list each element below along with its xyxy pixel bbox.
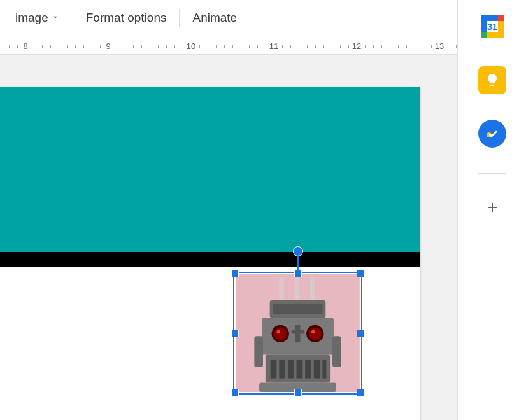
svg-rect-32 xyxy=(487,32,498,38)
format-options-label: Format options xyxy=(86,11,167,25)
calendar-icon: 31 xyxy=(480,14,505,39)
slide: ore you buy: y need to dy have xyxy=(0,87,420,420)
keep-app-icon[interactable] xyxy=(478,66,506,94)
svg-rect-29 xyxy=(498,15,504,21)
resize-handle-tr[interactable] xyxy=(357,270,364,277)
ruler-label: 8 xyxy=(21,41,29,51)
slide-black-bar[interactable] xyxy=(0,252,420,267)
selected-robot-image[interactable] xyxy=(236,274,360,392)
toolbar-divider xyxy=(179,9,180,27)
toolbar-divider xyxy=(73,9,73,27)
svg-text:31: 31 xyxy=(487,22,497,32)
resize-handle-bm[interactable] xyxy=(294,389,302,396)
image-label: image xyxy=(15,11,48,25)
ruler-label: 11 xyxy=(267,41,280,51)
toolbar: image Format options Animate xyxy=(0,0,526,36)
side-panel-divider xyxy=(478,173,506,174)
svg-rect-33 xyxy=(498,21,504,32)
resize-handle-tm[interactable] xyxy=(294,270,302,277)
add-addon-button[interactable] xyxy=(485,199,500,220)
animate-button[interactable]: Animate xyxy=(182,6,247,30)
replace-image-dropdown[interactable]: image xyxy=(5,6,70,30)
slide-canvas[interactable]: ore you buy: y need to dy have xyxy=(0,55,457,420)
tasks-app-icon[interactable] xyxy=(478,120,506,148)
plus-icon xyxy=(485,200,500,215)
selection-outline xyxy=(233,272,362,395)
ruler-label: 10 xyxy=(185,41,197,51)
svg-rect-31 xyxy=(498,32,504,38)
lightbulb-icon xyxy=(485,73,500,88)
slide-header-shape[interactable] xyxy=(0,87,420,252)
calendar-app-icon[interactable]: 31 xyxy=(478,13,506,41)
animate-label: Animate xyxy=(192,11,237,25)
side-panel: 31 xyxy=(457,0,526,420)
resize-handle-mr[interactable] xyxy=(357,330,364,337)
horizontal-ruler[interactable]: 567891011121314 xyxy=(0,39,526,55)
dropdown-arrow-icon xyxy=(51,11,60,25)
rotate-handle[interactable] xyxy=(293,246,303,256)
ruler-label: 9 xyxy=(104,41,112,51)
tasks-icon xyxy=(485,126,500,141)
resize-handle-tl[interactable] xyxy=(231,270,239,277)
ruler-label: 13 xyxy=(433,41,446,51)
svg-rect-30 xyxy=(481,32,487,38)
resize-handle-ml[interactable] xyxy=(231,330,239,337)
resize-handle-br[interactable] xyxy=(357,389,364,396)
ruler-label: 12 xyxy=(350,41,363,51)
resize-handle-bl[interactable] xyxy=(231,389,239,396)
format-options-button[interactable]: Format options xyxy=(76,6,177,30)
